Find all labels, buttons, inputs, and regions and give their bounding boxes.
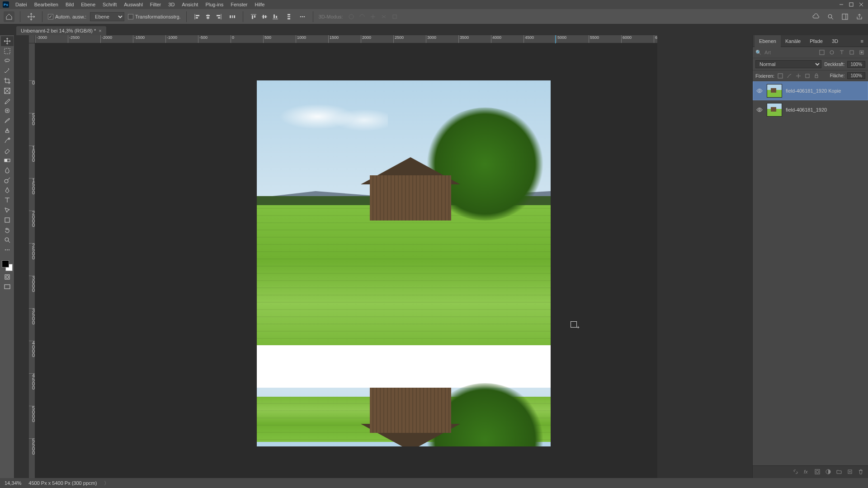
align-left-icon[interactable] [192,12,202,22]
path-selection-tool[interactable] [1,205,14,215]
lock-artboard-icon[interactable] [804,73,811,79]
menu-ansicht[interactable]: Ansicht [178,0,202,9]
cloud-docs-icon[interactable] [811,12,821,22]
zoom-level[interactable]: 14,34% [5,480,21,486]
align-bottom-icon[interactable] [270,12,280,22]
lock-transparency-icon[interactable] [777,73,783,79]
lock-all-icon[interactable] [813,73,820,79]
color-swatch[interactable] [1,259,14,272]
marquee-tool[interactable] [1,46,14,56]
magic-wand-tool[interactable] [1,66,14,76]
document-canvas[interactable] [257,80,551,446]
menu-bild[interactable]: Bild [62,0,77,9]
window-close-icon[interactable] [857,0,865,9]
lock-paint-icon[interactable] [786,73,793,79]
layer-row[interactable]: field-406181_1920 [753,100,868,119]
menu-ebene[interactable]: Ebene [77,0,99,9]
ruler-horizontal[interactable]: -3000-2500-2000-1500-1000-50005001000150… [35,35,657,43]
tab-3d[interactable]: 3D [827,35,843,47]
search-icon[interactable] [826,12,835,22]
align-top-icon[interactable] [249,12,259,22]
layer-thumbnail[interactable] [767,103,782,117]
layer-name[interactable]: field-406181_1920 [786,107,827,113]
more-options-icon[interactable] [297,12,307,22]
menu-plugins[interactable]: Plug-ins [202,0,227,9]
menu-3d[interactable]: 3D [165,0,178,9]
brush-tool[interactable] [1,116,14,126]
window-maximize-icon[interactable] [847,0,855,9]
screenmode-tool[interactable] [1,282,14,292]
menu-fenster[interactable]: Fenster [227,0,251,9]
adjustment-layer-icon[interactable] [826,469,832,475]
align-right-icon[interactable] [214,12,224,22]
lasso-tool[interactable] [1,56,14,66]
new-layer-icon[interactable] [847,469,854,475]
move-tool[interactable] [1,36,14,46]
eyedropper-tool[interactable] [1,96,14,106]
window-minimize-icon[interactable] [837,0,845,9]
new-group-icon[interactable] [836,469,843,475]
layer-mask-icon[interactable] [815,469,821,475]
ruler-vertical[interactable]: 0500100015002000250030003500400045005000… [29,43,35,478]
filter-shape-icon[interactable] [848,49,855,56]
opacity-value[interactable]: 100% [847,61,865,68]
lock-position-icon[interactable] [795,73,802,79]
dodge-tool[interactable] [1,175,14,185]
auto-select-checkbox[interactable]: Autom. ausw.: [48,14,86,19]
document-info[interactable]: 4500 Px x 5400 Px (300 ppcm) [28,480,97,486]
delete-layer-icon[interactable] [858,469,864,475]
panel-menu-icon[interactable]: ≡ [858,38,866,44]
layer-row[interactable]: field-406181_1920 Kopie [753,81,868,100]
visibility-icon[interactable] [756,107,763,113]
align-vcenter-icon[interactable] [259,12,269,22]
visibility-icon[interactable] [756,88,763,94]
document-tab[interactable]: Unbenannt-2 bei 14,3% (RGB/8) * × [16,26,106,35]
menu-hilfe[interactable]: Hilfe [251,0,268,9]
status-flyout-icon[interactable]: 〉 [104,480,109,487]
close-icon[interactable]: × [99,28,101,33]
menu-schrift[interactable]: Schrift [99,0,120,9]
link-layers-icon[interactable] [793,469,799,475]
layer-fx-icon[interactable]: fx [804,469,810,475]
blur-tool[interactable] [1,165,14,175]
workspace-icon[interactable] [840,12,850,22]
foreground-color-swatch[interactable] [2,260,9,267]
healing-brush-tool[interactable] [1,106,14,116]
filter-adjust-icon[interactable] [828,49,835,56]
tab-pfade[interactable]: Pfade [805,35,827,47]
hand-tool[interactable] [1,225,14,235]
tab-ebenen[interactable]: Ebenen [755,35,781,47]
blend-mode-dropdown[interactable]: Normal [755,60,821,68]
transform-controls-checkbox[interactable]: Transformationsstrg. [128,14,180,19]
home-button[interactable] [4,11,14,22]
align-hcenter-icon[interactable] [203,12,213,22]
type-tool[interactable] [1,195,14,205]
distribute-h-icon[interactable] [227,12,237,22]
edit-toolbar-icon[interactable] [1,245,14,255]
layer-thumbnail[interactable] [767,84,782,98]
eraser-tool[interactable] [1,145,14,155]
auto-select-dropdown[interactable]: Ebene [90,12,124,21]
menu-bearbeiten[interactable]: Bearbeiten [31,0,62,9]
menu-datei[interactable]: Datei [12,0,31,9]
history-brush-tool[interactable] [1,136,14,145]
shape-tool[interactable] [1,215,14,225]
share-icon[interactable] [854,12,864,22]
quickmask-tool[interactable] [1,272,14,282]
menu-auswahl[interactable]: Auswahl [120,0,146,9]
filter-type-icon[interactable] [838,49,845,56]
pen-tool[interactable] [1,185,14,195]
clone-stamp-tool[interactable] [1,126,14,136]
frame-tool[interactable] [1,86,14,96]
gradient-tool[interactable] [1,155,14,165]
layer-filter-input[interactable] [764,50,792,55]
fill-value[interactable]: 100% [847,72,865,79]
distribute-v-icon[interactable] [284,12,294,22]
filter-smart-icon[interactable] [858,49,865,56]
tab-kanaele[interactable]: Kanäle [781,35,805,47]
layer-name[interactable]: field-406181_1920 Kopie [786,88,841,94]
canvas-viewport[interactable] [35,43,657,478]
zoom-tool[interactable] [1,235,14,245]
crop-tool[interactable] [1,76,14,86]
menu-filter[interactable]: Filter [146,0,165,9]
